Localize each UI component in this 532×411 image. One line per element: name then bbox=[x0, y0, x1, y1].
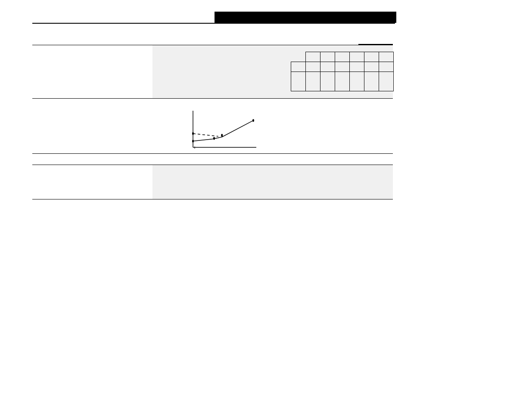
svg-point-6 bbox=[221, 134, 223, 137]
svg-point-3 bbox=[192, 132, 194, 135]
mini-table bbox=[291, 52, 394, 91]
svg-point-4 bbox=[192, 140, 194, 142]
rule-5 bbox=[32, 199, 393, 199]
rule-3 bbox=[32, 153, 393, 154]
page bbox=[0, 0, 532, 411]
svg-point-7 bbox=[252, 119, 254, 121]
table-row bbox=[291, 52, 394, 62]
grey-panel-2 bbox=[152, 165, 393, 199]
svg-point-5 bbox=[213, 137, 215, 140]
table-row bbox=[291, 72, 394, 91]
table-row bbox=[291, 62, 394, 72]
rule-2 bbox=[32, 98, 393, 99]
mini-chart bbox=[190, 109, 258, 149]
header-black-band bbox=[215, 12, 396, 23]
